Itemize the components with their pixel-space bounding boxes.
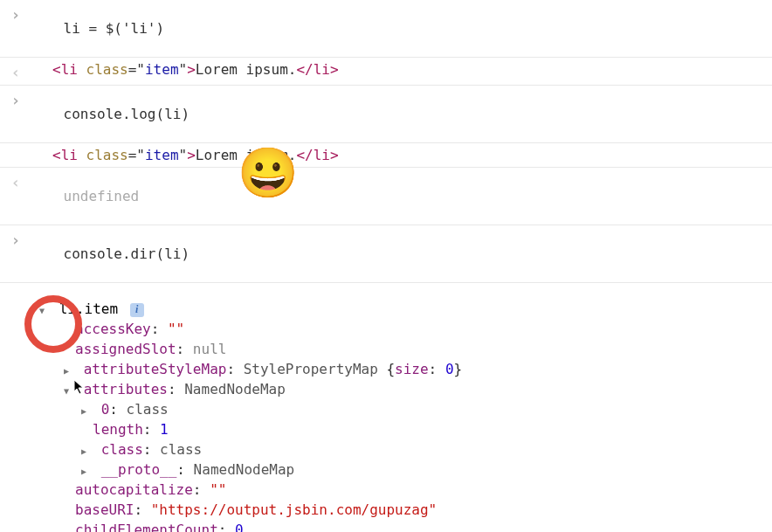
console-input-row[interactable]: console.dir(li)	[0, 225, 772, 283]
prop-key: attributeStyleMap	[84, 361, 227, 377]
prop-key: length	[93, 421, 143, 438]
disclosure-right-icon[interactable]	[61, 361, 72, 377]
console-input-row[interactable]: li = $('li')	[0, 0, 772, 58]
prop-key: class	[101, 441, 143, 458]
tag-close-gt: >	[187, 61, 196, 78]
prop-key: assignedSlot	[75, 341, 176, 357]
prop-value: NamedNodeMap	[194, 461, 295, 478]
prop-value: ""	[210, 481, 226, 498]
close-name: li	[314, 61, 330, 78]
prop-attributestylemap[interactable]: attributeStyleMap: StylePropertyMap {siz…	[54, 359, 765, 379]
input-chevron-icon	[7, 3, 24, 24]
prop-value: 0	[235, 522, 244, 532]
code-line: console.log(li)	[24, 89, 765, 139]
type-name: StylePropertyMap	[244, 361, 378, 377]
close-gt: >	[330, 61, 339, 78]
disclosure-down-icon[interactable]	[61, 381, 72, 397]
attr-close: "	[179, 61, 188, 78]
attr-class[interactable]: class: class	[72, 439, 765, 459]
empty-gutter	[7, 299, 24, 301]
tree-root[interactable]: li.item i	[30, 299, 765, 319]
prop-key: attributes	[84, 381, 168, 397]
prop-key: baseURI	[75, 501, 134, 518]
disclosure-right-icon[interactable]	[79, 461, 89, 478]
info-icon[interactable]: i	[130, 303, 144, 317]
prop-key: autocapitalize	[75, 481, 193, 498]
console-input-row[interactable]: console.log(li)	[0, 86, 772, 143]
input-chevron-icon	[7, 89, 24, 109]
prop-baseuri[interactable]: baseURI: "https://output.jsbin.com/gupuz…	[68, 500, 765, 520]
attr-index-0[interactable]: 0: class	[72, 399, 765, 419]
prop-assignedslot[interactable]: assignedSlot: null	[68, 339, 765, 359]
output-chevron-icon	[7, 61, 24, 81]
attr-length[interactable]: length: 1	[72, 419, 765, 439]
disclosure-down-icon[interactable]	[37, 301, 47, 317]
prop-autocapitalize[interactable]: autocapitalize: ""	[68, 480, 765, 500]
element-preview: <li class="item">Lorem ipsum.</li>	[24, 147, 765, 163]
close-lt: </	[296, 61, 313, 78]
output-chevron-icon	[7, 171, 24, 191]
prop-value: "https://output.jsbin.com/gupuzag"	[151, 501, 438, 518]
prop-value: 1	[160, 421, 169, 438]
prop-value: null	[193, 341, 227, 357]
prop-childelementcount[interactable]: childElementCount: 0	[68, 520, 765, 532]
tag-name: li	[61, 61, 78, 78]
prop-attributes[interactable]: attributes: NamedNodeMap	[54, 379, 765, 399]
prop-value: class	[127, 401, 169, 418]
undefined-value: undefined	[64, 188, 140, 204]
object-tree: li.item i accessKey: "" assignedSlot: nu…	[24, 299, 765, 532]
prop-value: ""	[168, 321, 184, 337]
prop-key: __proto__	[101, 461, 177, 478]
console-dir-output: li.item i accessKey: "" assignedSlot: nu…	[0, 283, 772, 532]
disclosure-right-icon[interactable]	[79, 401, 89, 418]
attr-val: item	[145, 61, 179, 78]
console-output-row[interactable]: <li class="item">Lorem ipsum.</li>	[0, 58, 772, 86]
root-label: li.item	[59, 301, 118, 317]
input-chevron-icon	[7, 229, 24, 249]
input-code: console.log(li)	[64, 106, 190, 122]
element-preview: <li class="item">Lorem ipsum.</li>	[24, 61, 765, 78]
attr-eq: ="	[128, 61, 145, 78]
attr-name: class	[86, 61, 128, 78]
disclosure-right-icon[interactable]	[79, 441, 89, 458]
code-line: li = $('li')	[24, 3, 765, 53]
prop-value: NamedNodeMap	[184, 381, 286, 397]
tag-open: <	[52, 61, 61, 78]
node-text: Lorem ipsum.	[196, 61, 297, 78]
input-code: console.dir(li)	[64, 245, 190, 262]
attr-proto[interactable]: __proto__: NamedNodeMap	[72, 459, 765, 480]
console-return-row: undefined	[0, 168, 772, 225]
empty-gutter	[7, 147, 24, 149]
prop-accesskey[interactable]: accessKey: ""	[68, 319, 765, 339]
prop-value: class	[160, 441, 202, 458]
prop-key: 0	[101, 401, 110, 418]
prop-key: childElementCount	[75, 522, 218, 532]
console-log-output-row[interactable]: <li class="item">Lorem ipsum.</li>	[0, 143, 772, 168]
return-value: undefined	[24, 171, 765, 221]
input-code: li = $('li')	[64, 20, 165, 37]
code-line: console.dir(li)	[24, 229, 765, 279]
prop-key: accessKey	[75, 321, 151, 337]
